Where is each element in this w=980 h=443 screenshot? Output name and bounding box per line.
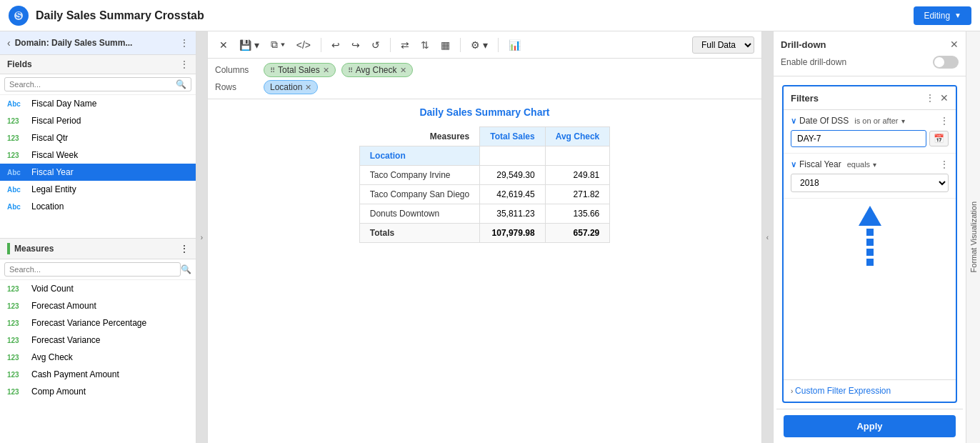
- copy-button[interactable]: ⧉ ▾: [266, 36, 289, 54]
- filter-a-menu-icon[interactable]: ⋮: [940, 116, 949, 126]
- totals-sales: 107,979.98: [480, 224, 545, 243]
- filter-a-group: ∨: [791, 116, 796, 126]
- field-item-legal-entity[interactable]: Abc Legal Entity: [0, 181, 196, 198]
- field-item-fiscal-year[interactable]: Abc Fiscal Year: [0, 164, 196, 181]
- measures-section: Measures ⋮ 🔍 123 Void Count 123 Forecast…: [0, 238, 196, 400]
- redo-button[interactable]: ↪: [347, 36, 364, 54]
- filter-b-header-row: ∨ Fiscal Year equals ▾ ⋮: [791, 159, 949, 169]
- drag-icon: ⠿: [270, 66, 275, 74]
- field-item-fiscal-week[interactable]: 123 Fiscal Week: [0, 146, 196, 164]
- arrow-dot-1: [866, 229, 874, 236]
- measure-void-count[interactable]: 123 Void Count: [0, 280, 196, 297]
- location-name-2: Taco Company San Diego: [359, 185, 479, 204]
- chevron-down-icon: ▼: [954, 11, 961, 19]
- filters-title: Filters: [791, 93, 926, 104]
- filter-b-field: Fiscal Year: [799, 159, 841, 169]
- remove-location-icon[interactable]: ✕: [305, 83, 311, 92]
- fields-list: Abc Fiscal Day Name 123 Fiscal Period 12…: [0, 95, 196, 238]
- row-pill-location[interactable]: Location ✕: [264, 80, 318, 94]
- domain-menu-icon[interactable]: ⋮: [180, 38, 189, 48]
- calendar-icon[interactable]: 📅: [929, 131, 949, 146]
- toolbar-separator-3: [460, 38, 461, 52]
- page-title: Daily Sales Summary Crosstab: [36, 9, 914, 22]
- sidebar: ‹ Domain: Daily Sales Summ... ⋮ Fields ⋮…: [0, 31, 196, 443]
- measure-forecast-variance-pct[interactable]: 123 Forecast Variance Percentage: [0, 314, 196, 332]
- filter-b-operator: equals: [847, 160, 870, 169]
- arrow-dot-4: [866, 259, 874, 266]
- field-item-fiscal-period[interactable]: 123 Fiscal Period: [0, 112, 196, 129]
- measure-forecast-variance[interactable]: 123 Forecast Variance: [0, 332, 196, 349]
- apply-button[interactable]: Apply: [784, 415, 956, 437]
- sort-button[interactable]: ⇅: [416, 36, 434, 54]
- undo-button[interactable]: ↩: [327, 36, 344, 54]
- filter-a-operator: is on or after: [854, 116, 898, 125]
- format-visualization-tab[interactable]: Format Visualization: [966, 31, 980, 443]
- data-table: Measures Total Sales Avg Check Location …: [359, 126, 610, 243]
- editing-button[interactable]: Editing ▼: [914, 6, 971, 25]
- table-row: Taco Company Irvine 29,549.30 249.81: [359, 166, 609, 185]
- toolbar-separator-1: [321, 38, 321, 52]
- right-panels: Drill-down ✕ Enable drill-down Filters ⋮…: [773, 31, 966, 443]
- filters-menu-icon[interactable]: ⋮: [926, 93, 934, 103]
- drilldown-toggle-row: Enable drill-down: [781, 56, 959, 69]
- drilldown-title: Drill-down: [781, 39, 950, 50]
- refresh-button[interactable]: ↺: [367, 36, 384, 54]
- remove-total-sales-icon[interactable]: ✕: [323, 66, 329, 75]
- fields-search-input[interactable]: [4, 77, 191, 91]
- chart-title: Daily Sales Summary Chart: [215, 106, 754, 118]
- filters-close-icon[interactable]: ✕: [940, 92, 949, 104]
- filter-b-op-chevron[interactable]: ▾: [873, 161, 876, 169]
- code-button[interactable]: </>: [292, 36, 315, 54]
- measures-search-input[interactable]: [4, 262, 181, 277]
- measure-forecast-amount[interactable]: 123 Forecast Amount: [0, 297, 196, 314]
- measure-cash-payment[interactable]: 123 Cash Payment Amount: [0, 366, 196, 383]
- top-bar: S Daily Sales Summary Crosstab Editing ▼: [0, 0, 980, 31]
- chart-button[interactable]: 📊: [504, 36, 525, 54]
- apply-area: Apply: [776, 409, 963, 443]
- drilldown-panel: Drill-down ✕ Enable drill-down: [774, 31, 966, 76]
- filter-b-value-select[interactable]: 2018 2017 2019: [791, 174, 949, 192]
- pivot-button[interactable]: ⇄: [396, 36, 414, 54]
- filter-a-header-row: ∨ Date Of DSS is on or after ▾ ⋮: [791, 116, 949, 126]
- filters-panel: Filters ⋮ ✕ ∨ Date Of DSS is on or after…: [782, 85, 957, 403]
- columns-label: Columns: [215, 65, 258, 75]
- measures-list: 123 Void Count 123 Forecast Amount 123 F…: [0, 280, 196, 400]
- field-item-location[interactable]: Abc Location: [0, 198, 196, 215]
- close-button[interactable]: ✕: [215, 36, 232, 54]
- avg-check-3: 135.66: [545, 204, 610, 224]
- totals-row: Totals 107,979.98 657.29: [359, 224, 609, 243]
- total-sales-column-header: Total Sales: [480, 127, 545, 146]
- total-sales-3: 35,811.23: [480, 204, 545, 224]
- custom-filter-label[interactable]: Custom Filter Expression: [795, 386, 891, 396]
- settings-button[interactable]: ⚙ ▾: [466, 36, 492, 54]
- filter-b-menu-icon[interactable]: ⋮: [940, 159, 949, 169]
- save-button[interactable]: 💾 ▾: [235, 36, 264, 54]
- fields-menu-icon[interactable]: ⋮: [180, 59, 189, 69]
- drilldown-toggle[interactable]: [933, 56, 959, 69]
- column-pill-total-sales[interactable]: ⠿ Total Sales ✕: [264, 63, 336, 77]
- right-panel-expand-toggle[interactable]: ‹: [761, 31, 773, 443]
- table-button[interactable]: ▦: [436, 36, 454, 54]
- sidebar-expand-toggle[interactable]: ›: [196, 31, 208, 443]
- sidebar-collapse-icon[interactable]: ‹: [7, 37, 11, 49]
- measures-menu-icon[interactable]: ⋮: [180, 244, 189, 254]
- column-pill-avg-check[interactable]: ⠿ Avg Check ✕: [341, 63, 413, 77]
- location-column-header: Location: [359, 146, 479, 166]
- total-sales-1: 29,549.30: [480, 166, 545, 185]
- measure-avg-check[interactable]: 123 Avg Check: [0, 349, 196, 366]
- data-mode-select[interactable]: Full Data Sample No Data: [692, 36, 754, 54]
- field-item-fiscal-qtr[interactable]: 123 Fiscal Qtr: [0, 129, 196, 146]
- field-item-fiscal-day-name[interactable]: Abc Fiscal Day Name: [0, 95, 196, 112]
- measure-comp-amount[interactable]: 123 Comp Amount: [0, 383, 196, 400]
- filter-a-value-input[interactable]: [791, 130, 926, 147]
- format-visualization-label: Format Visualization: [969, 201, 978, 272]
- toolbar: ✕ 💾 ▾ ⧉ ▾ </> ↩ ↪ ↺ ⇄ ⇅ ▦ ⚙ ▾ 📊 Full Dat…: [208, 31, 761, 59]
- measures-color-bar: [7, 243, 10, 254]
- measures-search-row: 🔍: [0, 259, 196, 280]
- filter-arrow-area: [784, 199, 956, 379]
- drilldown-close-icon[interactable]: ✕: [950, 39, 959, 50]
- filter-a-op-chevron[interactable]: ▾: [901, 117, 905, 125]
- avg-check-2: 271.82: [545, 185, 610, 204]
- toolbar-right: Full Data Sample No Data: [692, 36, 754, 54]
- remove-avg-check-icon[interactable]: ✕: [400, 66, 406, 75]
